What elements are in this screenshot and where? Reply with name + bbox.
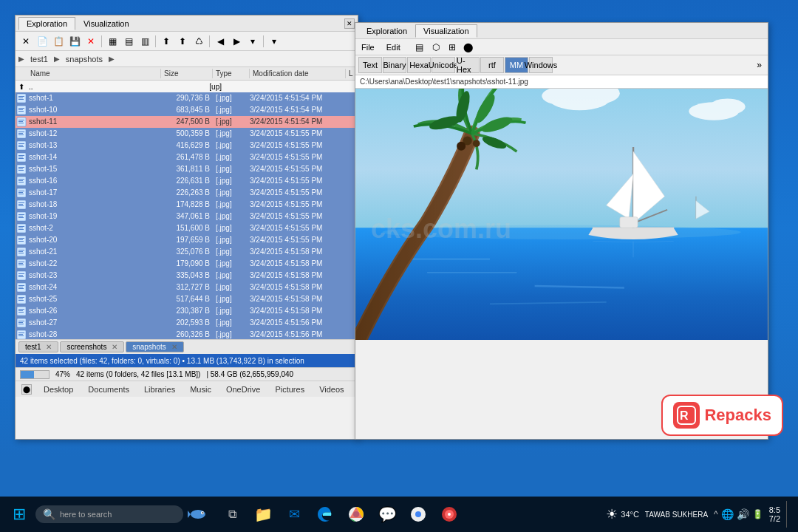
toolbar-back-btn[interactable]: ◀ [213,34,228,49]
file-row[interactable]: sshot-15 361,811 B [.jpg] 3/24/2015 4:51… [16,163,358,175]
toolbar-dropdown-btn[interactable]: ▾ [245,34,260,49]
toolbar-save-btn[interactable]: 💾 [67,34,82,49]
file-row[interactable]: sshot-1 290,736 B [.jpg] 3/24/2015 4:51:… [16,92,358,104]
quickbar-icon[interactable]: ⬤ [21,384,32,395]
svg-rect-37 [18,202,24,203]
viz-btn-binary[interactable]: Binary [383,57,406,73]
file-row[interactable]: sshot-25 517,644 B [.jpg] 3/24/2015 4:51… [16,293,358,305]
toolbar-clipboard-btn[interactable]: 📋 [51,34,66,49]
quickbar-music[interactable]: Music [187,384,214,395]
svg-rect-82 [18,334,23,335]
viz-btn-hexa[interactable]: Hexa [407,57,431,73]
file-list[interactable]: ⬆ .. [up] sshot-1 290,736 B [.jpg] 3/24/… [16,81,358,339]
start-button[interactable]: ⊞ [6,501,33,528]
viz-tb-btn3[interactable]: ⊞ [445,40,460,55]
close-pane-btn[interactable]: ✕ [344,18,355,29]
file-name: sshot-14 [27,153,161,161]
viz-menu-edit[interactable]: Edit [383,42,403,52]
file-row[interactable]: sshot-26 230,387 B [.jpg] 3/24/2015 4:51… [16,305,358,317]
file-row[interactable]: sshot-14 261,478 B [.jpg] 3/24/2015 4:51… [16,151,358,163]
toolbar-fwd-btn[interactable]: ▶ [229,34,244,49]
viz-expand-btn[interactable]: » [754,60,765,70]
viz-tb-btn1[interactable]: ▤ [412,40,427,55]
svg-rect-45 [18,226,24,227]
col-type-header[interactable]: Type [213,69,250,78]
file-row[interactable]: sshot-11 247,500 B [.jpg] 3/24/2015 4:51… [16,116,358,128]
file-row[interactable]: sshot-22 179,090 B [.jpg] 3/24/2015 4:51… [16,258,358,270]
addr-arrow[interactable]: ▶ [18,55,24,63]
viz-btn-windows[interactable]: Windows [529,57,553,73]
chrome2-icon[interactable] [405,501,432,528]
file-row[interactable]: sshot-10 683,845 B [.jpg] 3/24/2015 4:51… [16,104,358,116]
file-row[interactable]: sshot-19 347,061 B [.jpg] 3/24/2015 4:51… [16,211,358,222]
file-row[interactable]: sshot-20 197,659 B [.jpg] 3/24/2015 4:51… [16,234,358,246]
show-desktop-btn[interactable] [786,501,792,528]
viz-tb-btn2[interactable]: ⬡ [429,40,443,55]
edge-icon[interactable] [312,501,338,528]
toolbar-view3-btn[interactable]: ▥ [137,34,152,49]
toolbar-view2-btn[interactable]: ▤ [121,34,136,49]
battery-icon[interactable]: 🔋 [752,509,763,519]
tray-arrow[interactable]: ^ [714,509,718,519]
addr-sep: ▶ [54,55,60,63]
file-row[interactable]: sshot-24 312,727 B [.jpg] 3/24/2015 4:51… [16,282,358,293]
mail-icon[interactable]: ✉ [281,501,307,528]
toolbar-refresh-btn[interactable]: ♺ [191,34,206,49]
file-row[interactable]: sshot-23 335,043 B [.jpg] 3/24/2015 4:51… [16,270,358,282]
addr-test1[interactable]: test1 [27,54,51,64]
toolbar-delete-btn[interactable]: ✕ [18,34,33,49]
quickbar-videos[interactable]: Videos [316,384,347,395]
fileexplorer-icon[interactable]: 📁 [250,501,276,528]
quickbar-documents[interactable]: Documents [85,384,132,395]
app-icon-extra[interactable] [436,501,463,528]
btab-snapshots[interactable]: snapshots ✕ [126,341,183,352]
tab-visualization-main[interactable]: Visualization [75,17,137,30]
viz-btn-rtf[interactable]: rtf [480,57,504,73]
btab-snapshots-close[interactable]: ✕ [171,343,177,351]
taskview-icon[interactable]: ⧉ [219,501,245,528]
file-row[interactable]: sshot-13 416,629 B [.jpg] 3/24/2015 4:51… [16,140,358,151]
viz-tb-btn4[interactable]: ⬤ [461,40,476,55]
toolbar-more-btn[interactable]: ▾ [267,34,282,49]
btab-screenshots-close[interactable]: ✕ [112,343,117,351]
network-icon[interactable]: 🌐 [721,508,734,520]
toolbar-copy-btn[interactable]: 📄 [35,34,50,49]
file-row[interactable]: sshot-17 226,263 B [.jpg] 3/24/2015 4:51… [16,187,358,199]
col-date-header[interactable]: Modification date [250,69,346,78]
btab-test1[interactable]: test1 ✕ [18,341,58,352]
volume-icon[interactable]: 🔊 [737,508,749,520]
quickbar-libraries[interactable]: Libraries [141,384,178,395]
toolbar-up2-btn[interactable]: ⬆ [175,34,190,49]
viz-btn-text[interactable]: Text [358,57,382,73]
chrome-icon[interactable] [343,501,369,528]
quickbar-pictures[interactable]: Pictures [272,384,307,395]
up-row[interactable]: ⬆ .. [up] [16,81,358,92]
toolbar-view1-btn[interactable]: ▦ [105,34,120,49]
viz-btn-unicode[interactable]: Unicode [432,57,455,73]
file-row[interactable]: sshot-27 202,593 B [.jpg] 3/24/2015 4:51… [16,317,358,329]
toolbar-cancel-btn[interactable]: ✕ [83,34,98,49]
taskbar-fish-icon[interactable] [186,502,210,526]
svg-point-150 [448,513,451,516]
file-row[interactable]: sshot-12 500,359 B [.jpg] 3/24/2015 4:51… [16,128,358,140]
viz-btn-uhex[interactable]: U-Hex [456,57,480,73]
taskbar-search-box[interactable]: 🔍 here to search [35,505,183,523]
whatsapp-icon[interactable]: 💬 [374,501,400,528]
file-row[interactable]: sshot-21 325,076 B [.jpg] 3/24/2015 4:51… [16,246,358,258]
viz-tab-exploration[interactable]: Exploration [358,24,415,37]
tab-exploration[interactable]: Exploration [18,17,75,30]
file-row[interactable]: sshot-16 226,631 B [.jpg] 3/24/2015 4:51… [16,175,358,187]
file-row[interactable]: sshot-28 260,326 B [.jpg] 3/24/2015 4:51… [16,329,358,339]
toolbar-up-btn[interactable]: ⬆ [159,34,174,49]
file-row[interactable]: sshot-18 174,828 B [.jpg] 3/24/2015 4:51… [16,199,358,211]
quickbar-onedrive[interactable]: OneDrive [223,384,263,395]
viz-tab-visualization[interactable]: Visualization [415,24,477,38]
file-row[interactable]: sshot-2 151,600 B [.jpg] 3/24/2015 4:51:… [16,222,358,234]
col-name-header[interactable]: Name [27,69,161,78]
btab-test1-close[interactable]: ✕ [46,343,52,351]
quickbar-desktop[interactable]: Desktop [41,384,76,395]
addr-snapshots[interactable]: snapshots [63,54,106,64]
btab-screenshots[interactable]: screenshots ✕ [60,341,124,352]
col-size-header[interactable]: Size [161,69,213,78]
viz-menu-file[interactable]: File [358,42,378,52]
